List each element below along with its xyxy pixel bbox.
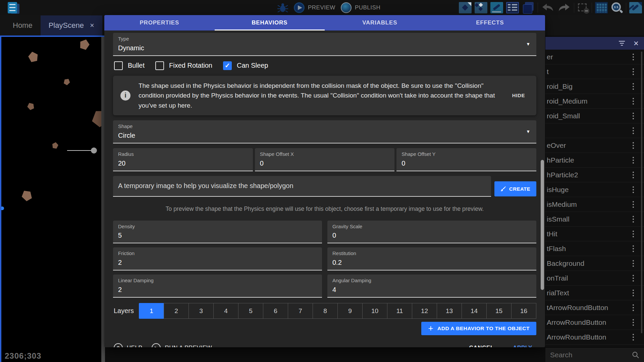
number-field[interactable]: Shape Offset Y 0 [396,148,536,171]
kebab-menu-icon[interactable] [631,82,635,91]
hide-button[interactable]: HIDE [508,90,529,101]
preview-button[interactable]: PREVIEW [294,2,335,13]
object-list-item[interactable]: t [545,64,644,79]
kebab-menu-icon[interactable] [631,141,635,150]
undo-icon[interactable] [541,3,554,13]
layer-cell[interactable]: 8 [313,303,338,319]
publish-button[interactable]: PUBLISH [341,2,380,13]
number-field[interactable]: Gravity Scale 0 [327,221,536,244]
close-tab-icon[interactable]: × [90,21,94,30]
asteroid-sprite[interactable] [26,102,36,111]
apply-button[interactable]: APPLY [509,342,536,347]
asteroid-sprite[interactable] [27,51,39,63]
temporary-image-field[interactable]: A temporary image to help you visualize … [113,176,491,197]
kebab-menu-icon[interactable] [631,215,635,224]
object-list-item[interactable]: ArrowRoundButton [545,315,644,330]
selection-dot[interactable] [0,206,4,210]
search-bar[interactable]: Search [545,347,644,362]
sidebar-scrollbar[interactable] [641,52,642,333]
zoom-original-icon[interactable]: 1:1 [611,2,623,13]
kebab-menu-icon[interactable] [631,97,635,106]
layer-cell[interactable]: 5 [238,303,263,319]
close-panel-icon[interactable]: × [634,39,639,48]
physics-checkbox[interactable]: ✓ Bullet [114,61,145,70]
objects-editor-icon[interactable] [459,2,472,13]
layer-cell[interactable]: 14 [462,303,487,319]
debug-icon[interactable] [277,3,288,13]
number-field[interactable]: Angular Damping 4 [327,275,536,298]
layer-cell[interactable]: 3 [189,303,214,319]
layer-cell[interactable]: 6 [263,303,288,319]
object-list-item[interactable]: eOver [545,138,644,153]
object-list-item[interactable]: tHit [545,227,644,241]
kebab-menu-icon[interactable] [631,318,635,327]
object-list-item[interactable]: Background [545,256,644,271]
kebab-menu-icon[interactable] [631,288,635,298]
kebab-menu-icon[interactable] [631,200,635,209]
properties-list-icon[interactable] [506,2,519,13]
instances-editor-icon[interactable] [475,2,487,13]
object-list-item[interactable]: rialText [545,286,644,300]
layer-cell[interactable]: 4 [213,303,238,319]
kebab-menu-icon[interactable] [631,156,635,165]
checkbox-box[interactable]: ✓ [114,61,123,70]
kebab-menu-icon[interactable] [631,244,635,253]
layer-cell[interactable]: 13 [437,303,462,319]
cancel-button[interactable]: CANCEL [466,342,497,347]
type-select[interactable]: Type Dynamic ▼ [113,33,536,56]
kebab-menu-icon[interactable] [631,274,635,283]
number-field[interactable]: Friction 2 [113,247,322,270]
layer-cell[interactable]: 7 [288,303,313,319]
number-field[interactable]: Shape Offset X 0 [255,148,395,171]
number-field[interactable]: Restitution 0.2 [327,247,536,270]
object-list-item[interactable]: tFlash [545,241,644,256]
layers-editor-icon[interactable] [522,2,535,13]
object-list-item[interactable]: hParticle2 [545,168,644,182]
dialog-tab[interactable]: EFFECTS [435,15,545,31]
object-list-item[interactable]: ArrowRoundButton [545,330,644,345]
editor-tab[interactable]: PlayScene × [41,15,102,36]
scene-editor-icon[interactable] [490,2,503,13]
filter-icon[interactable] [619,41,625,46]
create-button[interactable]: CREATE [494,181,536,196]
asteroid-sprite[interactable] [63,77,71,86]
layer-cell[interactable]: 9 [337,303,363,319]
checkbox-box[interactable]: ✓ [223,61,232,70]
run-preview-button[interactable]: ▶ RUN A PREVIEW [152,343,212,347]
number-field[interactable]: Density 5 [113,221,322,244]
asteroid-sprite[interactable] [78,38,91,51]
dialog-scrollbar[interactable] [541,160,544,290]
layer-cell[interactable]: 12 [412,303,437,319]
asteroid-sprite[interactable] [19,188,34,202]
dialog-tab[interactable]: VARIABLES [325,15,435,31]
kebab-menu-icon[interactable] [631,259,635,268]
asteroid-sprite[interactable] [51,141,59,149]
layer-cell[interactable]: 10 [362,303,387,319]
kebab-menu-icon[interactable] [631,333,635,342]
object-list-item[interactable]: onTrail [545,271,644,286]
object-list-item[interactable]: isMedium [545,197,644,212]
deselect-icon[interactable] [577,3,589,13]
scene-canvas[interactable]: 2306;303 [0,36,105,362]
object-list-item[interactable]: roid_Big [545,79,644,94]
object-list-item[interactable]: tArrowRoundButton [545,300,644,315]
kebab-menu-icon[interactable] [631,229,635,239]
object-list-item[interactable]: roid_Medium [545,94,644,109]
layer-cell[interactable]: 11 [387,303,412,319]
project-manager-icon[interactable] [6,1,21,16]
object-list-item[interactable]: roid_Small [545,109,644,123]
physics-checkbox[interactable]: ✓ Can Sleep [223,61,268,70]
physics-checkbox[interactable]: ✓ Fixed Rotation [155,61,212,70]
number-field[interactable]: Radius 20 [113,148,253,171]
object-list-item[interactable]: isHuge [545,182,644,197]
layer-cell[interactable]: 2 [164,303,189,319]
shape-select[interactable]: Shape Circle ▼ [113,120,536,143]
object-list-item[interactable]: isSmall [545,212,644,227]
help-button[interactable]: ? HELP [114,343,142,347]
gizmo-handle[interactable] [91,147,97,154]
kebab-menu-icon[interactable] [631,185,635,194]
object-list-item[interactable] [545,123,644,138]
number-field[interactable]: Linear Damping 2 [113,275,322,298]
dialog-tab[interactable]: BEHAVIORS [215,15,325,31]
object-list-item[interactable]: er [545,50,644,64]
